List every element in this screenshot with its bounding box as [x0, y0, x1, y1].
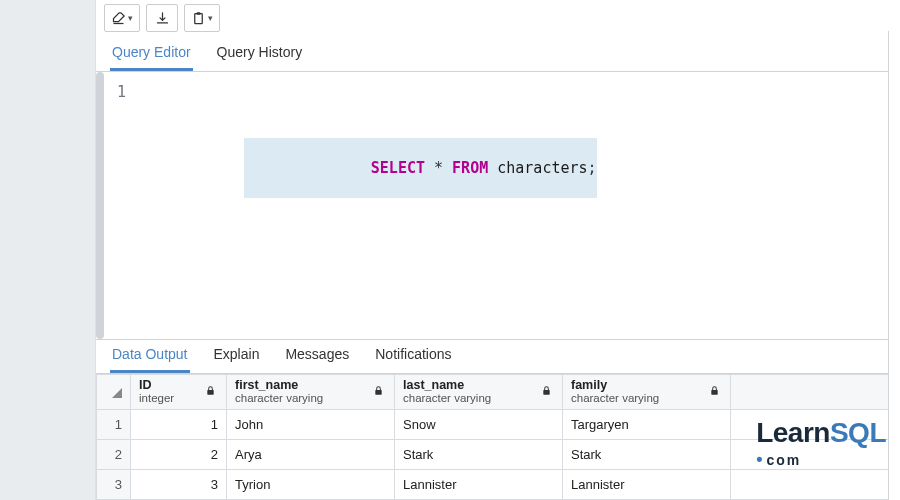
lock-icon — [538, 384, 554, 399]
cell[interactable]: Tyrion — [227, 470, 395, 500]
lock-icon — [202, 384, 218, 399]
editor-tabbar: Query EditorQuery History — [96, 38, 900, 72]
lock-icon — [370, 384, 386, 399]
row-number: 2 — [97, 440, 131, 470]
paste-button[interactable]: ▾ — [184, 4, 220, 32]
tab-messages[interactable]: Messages — [283, 340, 351, 373]
column-header-last_name[interactable]: last_namecharacter varying — [395, 374, 563, 409]
app-root: ▾ ▾ Query EditorQuery History 1 — [0, 0, 900, 500]
lock-icon — [706, 384, 722, 399]
svg-rect-2 — [207, 390, 213, 395]
erase-button[interactable]: ▾ — [104, 4, 140, 32]
left-sidebar-gutter — [0, 0, 96, 500]
svg-rect-1 — [197, 12, 201, 15]
tab-notifications[interactable]: Notifications — [373, 340, 453, 373]
main-panel: ▾ ▾ Query EditorQuery History 1 — [96, 0, 900, 500]
sql-keyword: SELECT — [371, 159, 425, 177]
chevron-down-icon: ▾ — [128, 13, 133, 23]
cell[interactable]: Arya — [227, 440, 395, 470]
table-header-row: IDintegerfirst_namecharacter varyinglast… — [97, 374, 900, 409]
sql-punct: ; — [588, 159, 597, 177]
svg-rect-3 — [375, 390, 381, 395]
erase-icon — [111, 11, 126, 26]
cell[interactable]: 2 — [131, 440, 227, 470]
cell[interactable]: 3 — [131, 470, 227, 500]
cell[interactable]: Stark — [395, 440, 563, 470]
cell[interactable]: Targaryen — [563, 410, 731, 440]
sort-icon — [112, 384, 122, 399]
editor-scrollbar[interactable] — [96, 72, 104, 339]
cell[interactable]: Lannister — [563, 470, 731, 500]
column-header-first_name[interactable]: first_namecharacter varying — [227, 374, 395, 409]
download-button[interactable] — [146, 4, 178, 32]
sql-identifier: characters — [497, 159, 587, 177]
svg-rect-5 — [711, 390, 717, 395]
column-header-spacer — [731, 374, 900, 409]
learnsql-watermark: LearnSQL •com — [756, 417, 886, 470]
svg-rect-4 — [543, 390, 549, 395]
output-tabbar: Data OutputExplainMessagesNotifications — [96, 340, 900, 374]
chevron-down-icon: ▾ — [208, 13, 213, 23]
sql-star: * — [434, 159, 443, 177]
cell[interactable]: Lannister — [395, 470, 563, 500]
row-number: 1 — [97, 410, 131, 440]
cell[interactable]: Stark — [563, 440, 731, 470]
svg-rect-0 — [195, 13, 203, 23]
download-icon — [155, 11, 170, 26]
editor-area: 1 SELECT * FROM characters; — [96, 72, 900, 339]
right-edge-strip — [888, 31, 900, 500]
tab-query-history[interactable]: Query History — [215, 38, 305, 71]
table-row[interactable]: 33TyrionLannisterLannister — [97, 470, 900, 500]
tab-query-editor[interactable]: Query Editor — [110, 38, 193, 71]
cell-spacer — [731, 470, 900, 500]
cell[interactable]: John — [227, 410, 395, 440]
cell[interactable]: Snow — [395, 410, 563, 440]
toolbar: ▾ ▾ — [96, 0, 900, 38]
cell[interactable]: 1 — [131, 410, 227, 440]
row-number: 3 — [97, 470, 131, 500]
table-corner[interactable] — [97, 374, 131, 409]
column-header-ID[interactable]: IDinteger — [131, 374, 227, 409]
code-content[interactable]: SELECT * FROM characters; — [136, 82, 900, 339]
clipboard-icon — [191, 11, 206, 26]
sql-editor[interactable]: 1 SELECT * FROM characters; — [96, 72, 900, 339]
column-header-family[interactable]: familycharacter varying — [563, 374, 731, 409]
tab-explain[interactable]: Explain — [212, 340, 262, 373]
sql-keyword: FROM — [452, 159, 488, 177]
tab-data-output[interactable]: Data Output — [110, 340, 190, 373]
